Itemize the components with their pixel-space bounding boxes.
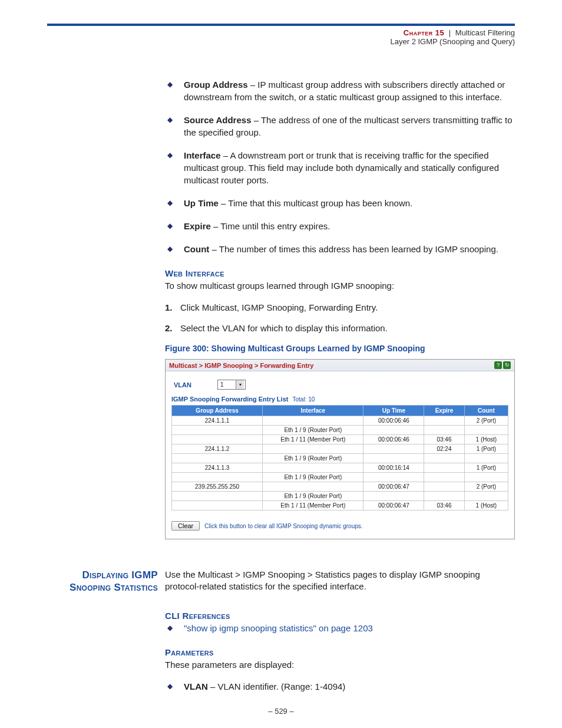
web-interface-steps: Click Multicast, IGMP Snooping, Forwardi… (165, 302, 515, 333)
chevron-down-icon: ▾ (236, 380, 244, 389)
col-interface: Interface (263, 406, 363, 416)
table-row: Eth 1 / 11 (Member Port)00:00:06:4703:46… (172, 501, 508, 510)
bullet-term: Expire (184, 221, 211, 231)
table-cell: Eth 1 / 9 (Router Port) (263, 454, 363, 463)
table-cell (464, 426, 508, 435)
table-cell: 1 (Host) (464, 435, 508, 444)
cli-references-heading: CLI References (165, 611, 515, 621)
col-group-address: Group Address (172, 406, 263, 416)
table-cell: 224.1.1.3 (172, 463, 263, 473)
step-item: Click Multicast, IGMP Snooping, Forwardi… (165, 302, 515, 312)
vlan-select-value: 1 (220, 381, 224, 388)
vlan-label: VLAN (174, 381, 209, 388)
header-pipe: | (447, 28, 453, 37)
table-cell: 2 (Port) (464, 416, 508, 426)
table-cell (424, 463, 465, 473)
table-row: Eth 1 / 9 (Router Port) (172, 473, 508, 482)
chapter-label: Chapter 15 (404, 28, 444, 37)
bullet-desc: – Time that this multicast group has bee… (219, 198, 412, 208)
bullet-term: Group Address (184, 80, 248, 90)
table-cell: 00:00:06:46 (363, 416, 424, 426)
table-cell: Eth 1 / 11 (Member Port) (263, 435, 363, 444)
bullet-item: Source Address – The address of one of t… (165, 114, 515, 139)
table-cell (172, 435, 263, 444)
table-cell: 00:00:06:47 (363, 482, 424, 492)
table-cell (424, 416, 465, 426)
bullet-item: Up Time – Time that this multicast group… (165, 197, 515, 209)
table-row: Eth 1 / 9 (Router Port) (172, 454, 508, 463)
table-cell (424, 492, 465, 501)
web-interface-intro: To show multicast groups learned through… (165, 279, 515, 292)
table-cell (363, 473, 424, 482)
table-cell (363, 492, 424, 501)
table-cell: Eth 1 / 9 (Router Port) (263, 473, 363, 482)
table-cell: 03:46 (424, 435, 465, 444)
table-cell: 2 (Port) (464, 482, 508, 492)
table-cell: 02:24 (424, 444, 465, 454)
breadcrumb: Multicast > IGMP Snooping > Forwarding E… (169, 362, 314, 369)
table-cell: 00:00:06:46 (363, 435, 424, 444)
bullet-item: Expire – Time until this entry expires. (165, 220, 515, 232)
table-cell: 1 (Port) (464, 444, 508, 454)
table-cell: Eth 1 / 9 (Router Port) (263, 426, 363, 435)
table-row: Eth 1 / 11 (Member Port)00:00:06:4603:46… (172, 435, 508, 444)
table-cell (424, 454, 465, 463)
vlan-select[interactable]: 1 ▾ (217, 380, 246, 390)
table-cell (424, 473, 465, 482)
bullet-term: Source Address (184, 115, 252, 125)
table-cell: 1 (Port) (464, 463, 508, 473)
col-up-time: Up Time (363, 406, 424, 416)
table-cell (172, 492, 263, 501)
table-cell (263, 444, 363, 454)
refresh-icon[interactable]: ↻ (503, 361, 511, 369)
table-cell: 1 (Host) (464, 501, 508, 510)
table-cell (464, 473, 508, 482)
bullet-item: VLAN – VLAN identifier. (Range: 1-4094) (165, 680, 515, 693)
table-cell (424, 426, 465, 435)
bullet-item: Interface – A downstream port or trunk t… (165, 149, 515, 186)
table-cell (363, 444, 424, 454)
table-cell (424, 482, 465, 492)
forwarding-entry-table: Group Address Interface Up Time Expire C… (171, 405, 508, 510)
parameters-intro: These parameters are displayed: (165, 658, 515, 671)
table-row: 239.255.255.25000:00:06:472 (Port) (172, 482, 508, 492)
cli-reference-link[interactable]: "show ip igmp snooping statistics" on pa… (184, 623, 373, 633)
bullet-term: VLAN (184, 681, 208, 691)
web-interface-heading: Web Interface (165, 268, 515, 278)
table-cell: 03:46 (424, 501, 465, 510)
table-cell (172, 501, 263, 510)
bullet-item: Count – The number of times this address… (165, 243, 515, 255)
table-row: Eth 1 / 9 (Router Port) (172, 426, 508, 435)
table-cell: Eth 1 / 9 (Router Port) (263, 492, 363, 501)
subsection-title: Layer 2 IGMP (Snooping and Query) (47, 37, 515, 46)
table-cell (263, 482, 363, 492)
list-total: Total: 10 (292, 396, 315, 403)
table-cell: Eth 1 / 11 (Member Port) (263, 501, 363, 510)
table-row: Eth 1 / 9 (Router Port) (172, 492, 508, 501)
table-cell (172, 473, 263, 482)
table-cell (263, 463, 363, 473)
cli-reference-item: "show ip igmp snooping statistics" on pa… (165, 622, 515, 634)
table-cell: 00:00:16:14 (363, 463, 424, 473)
table-cell: 00:00:06:47 (363, 501, 424, 510)
table-row: 224.1.1.100:00:06:462 (Port) (172, 416, 508, 426)
step-item: Select the VLAN for which to display thi… (165, 323, 515, 333)
clear-button[interactable]: Clear (171, 521, 200, 531)
side-heading-stats: Displaying IGMP Snooping Statistics (47, 569, 165, 594)
table-cell: 239.255.255.250 (172, 482, 263, 492)
bullet-desc: – The number of times this address has b… (209, 244, 498, 254)
table-cell (464, 492, 508, 501)
parameter-bullets: Group Address – IP multicast group addre… (165, 78, 515, 255)
table-cell (363, 454, 424, 463)
bullet-desc: – Time until this entry expires. (211, 221, 330, 231)
table-row: 224.1.1.202:241 (Port) (172, 444, 508, 454)
clear-hint: Click this button to clear all IGMP Snoo… (204, 523, 362, 529)
bullet-item: Group Address – IP multicast group addre… (165, 78, 515, 103)
bullet-term: Interface (184, 150, 221, 160)
list-name: IGMP Snooping Forwarding Entry List (171, 396, 288, 403)
embedded-screenshot: Multicast > IGMP Snooping > Forwarding E… (165, 359, 515, 539)
table-cell (363, 426, 424, 435)
col-count: Count (464, 406, 508, 416)
help-icon[interactable]: ? (494, 361, 502, 369)
bullet-term: Count (184, 244, 209, 254)
